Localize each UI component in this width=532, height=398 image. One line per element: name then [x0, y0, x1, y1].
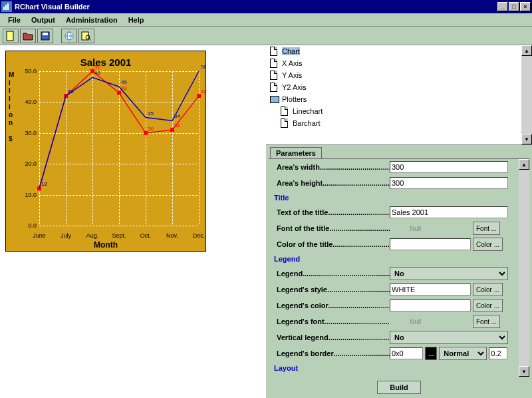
svg-rect-9 [82, 32, 88, 40]
legend-font-button[interactable]: Font ... [473, 315, 500, 328]
tree-item-chart[interactable]: Chart [266, 45, 532, 57]
svg-text:45: 45 [121, 79, 127, 85]
window-titlebar: RChart Visual Builder _ □ × [0, 0, 532, 13]
svg-rect-5 [43, 33, 48, 35]
legend-label: Legend [277, 270, 390, 278]
tree-item-y2-axis[interactable]: Y2 Axis [266, 81, 532, 93]
document-icon [270, 46, 279, 57]
tree-label: Chart [282, 47, 300, 55]
window-title: RChart Visual Builder [15, 3, 497, 11]
title-text-input[interactable] [390, 206, 508, 218]
scroll-up-icon[interactable]: ▲ [519, 159, 529, 170]
tree-label: X Axis [282, 59, 303, 67]
chart-preview: Sales 2001 Million $ Month 0.010.020.030… [5, 51, 206, 252]
document-icon [270, 82, 279, 93]
tree-label: Linechart [293, 107, 323, 115]
minimize-button[interactable]: _ [497, 2, 508, 11]
svg-rect-2 [7, 3, 9, 10]
svg-text:35: 35 [148, 110, 154, 116]
tree-scrollbar[interactable]: ▲ ▼ [521, 45, 532, 144]
tree-item-barchart[interactable]: Barchart [266, 117, 532, 129]
border-style-select[interactable]: Normal [439, 347, 487, 360]
border-label: Legend's border [277, 349, 390, 357]
legend-font-label: Legend's font [277, 317, 390, 325]
chart-preview-panel: Sales 2001 Million $ Month 0.010.020.030… [0, 45, 266, 398]
area-width-label: Area's width [277, 163, 390, 171]
chart-plot: 1242504330314212424845353450 [6, 51, 205, 251]
app-icon [1, 1, 12, 12]
svg-line-11 [89, 39, 91, 41]
svg-text:30: 30 [148, 126, 154, 132]
legend-style-label: Legend's style [277, 286, 390, 294]
title-font-label: Font of the title [277, 224, 390, 232]
parameters-panel: Area's width Area's height Title Text of… [269, 158, 529, 377]
close-button[interactable]: × [520, 2, 531, 11]
document-icon [281, 106, 290, 116]
legend-color-button[interactable]: Color ... [473, 299, 503, 312]
svg-text:50: 50 [94, 64, 100, 70]
title-font-button[interactable]: Font ... [473, 222, 500, 235]
svg-text:50: 50 [201, 64, 205, 70]
preview-button[interactable] [78, 29, 94, 43]
legend-select[interactable]: No [390, 267, 508, 280]
title-text-label: Text of the title [277, 208, 390, 216]
legend-style-input[interactable] [390, 284, 471, 296]
border-input[interactable] [390, 347, 423, 359]
tree-item-x-axis[interactable]: X Axis [266, 57, 532, 69]
legend-font-null: Null [390, 318, 471, 325]
build-button[interactable]: Build [377, 381, 421, 394]
document-icon [270, 58, 279, 69]
tree-item-linechart[interactable]: Linechart [266, 105, 532, 117]
svg-text:48: 48 [94, 70, 100, 76]
legend-color-label: Legend's color [277, 301, 390, 309]
scroll-down-icon[interactable]: ▼ [521, 134, 532, 144]
svg-rect-0 [3, 7, 5, 10]
menu-output[interactable]: Output [26, 15, 61, 25]
title-color-button[interactable]: Color ... [473, 238, 503, 251]
document-icon [270, 70, 279, 81]
tree-label: Plotters [282, 95, 307, 103]
toolbar [0, 27, 532, 45]
svg-text:34: 34 [174, 113, 180, 119]
maximize-button[interactable]: □ [509, 2, 519, 11]
layout-section: Layout [269, 361, 519, 375]
menu-help[interactable]: Help [123, 15, 150, 25]
svg-text:12: 12 [41, 181, 47, 187]
legend-style-color-button[interactable]: Color ... [473, 283, 503, 296]
save-button[interactable] [37, 29, 53, 43]
tree-label: Y Axis [282, 71, 302, 79]
border-dots-button[interactable]: ... [425, 347, 437, 360]
vlegend-label: Vertical legend [277, 333, 390, 341]
legend-section: Legend [269, 252, 519, 266]
svg-rect-3 [7, 31, 13, 41]
tree-label: Barchart [293, 119, 321, 127]
title-color-label: Color of the title [277, 240, 390, 248]
tree-item-plotters[interactable]: Plotters [266, 93, 532, 105]
tree-item-y-axis[interactable]: Y Axis [266, 69, 532, 81]
area-width-input[interactable] [390, 161, 508, 173]
border-width-input[interactable] [489, 347, 507, 359]
web-button[interactable] [61, 29, 77, 43]
folder-icon [270, 94, 279, 104]
area-height-input[interactable] [390, 177, 508, 189]
tree-label: Y2 Axis [282, 83, 307, 91]
svg-text:42: 42 [68, 89, 74, 95]
svg-rect-1 [5, 5, 7, 10]
scroll-up-icon[interactable]: ▲ [521, 45, 532, 56]
title-font-null: Null [390, 225, 471, 232]
tree-panel: ChartX AxisY AxisY2 AxisPlottersLinechar… [266, 45, 532, 145]
menubar: File Output Administration Help [0, 13, 532, 27]
title-color-input[interactable] [390, 238, 471, 250]
open-button[interactable] [20, 29, 36, 43]
document-icon [281, 118, 290, 128]
legend-color-input[interactable] [390, 299, 471, 311]
area-height-label: Area's height [277, 179, 390, 187]
title-section: Title [269, 191, 519, 204]
vlegend-select[interactable]: No [390, 331, 508, 344]
parameters-tab[interactable]: Parameters [270, 147, 322, 158]
menu-file[interactable]: File [3, 15, 26, 25]
params-scrollbar[interactable]: ▲ ▼ [519, 159, 529, 377]
scroll-down-icon[interactable]: ▼ [519, 366, 529, 377]
menu-administration[interactable]: Administration [61, 15, 123, 25]
new-button[interactable] [3, 29, 19, 43]
